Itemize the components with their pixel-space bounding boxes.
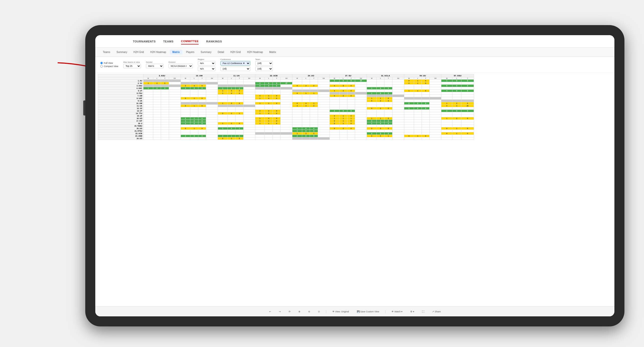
matrix-cell [198, 137, 206, 140]
gender-select[interactable]: Men's Women's [146, 64, 164, 68]
share-options-button[interactable]: ⚙ ▾ [408, 310, 416, 314]
share-button[interactable]: ↗ Share [430, 310, 443, 314]
matrix-cell [243, 95, 255, 97]
matrix-cell [243, 120, 255, 122]
matrix-cell [330, 135, 339, 137]
sub-tab-summary2[interactable]: Summary [198, 50, 214, 54]
matrix-cell [198, 100, 206, 102]
matrix-cell: 0 [265, 82, 273, 85]
matrix-cell: 0 [384, 97, 392, 100]
matrix-cell [339, 97, 347, 100]
ucla-dif: Dif [392, 77, 404, 80]
matrix-cell [198, 80, 206, 82]
save-custom-view-button[interactable]: 💾 Save Custom View [355, 310, 381, 314]
division-select[interactable]: NCAA Division I NCAA Division II [169, 64, 193, 68]
matrix-cell [355, 110, 367, 112]
col-ucla: 31. UCLA [367, 74, 404, 77]
ucb-dif: Dif [281, 77, 292, 80]
sub-tab-h2hheatmap2[interactable]: H2H Heatmap [245, 50, 265, 54]
matrix-cell [153, 107, 161, 110]
matrix-cell [243, 92, 255, 95]
matrix-cell: 0 [273, 110, 280, 112]
matrix-cell [143, 102, 153, 105]
matrix-cell [452, 130, 461, 132]
matrix-cell [355, 82, 367, 85]
matrix-cell [243, 85, 255, 87]
undo-button[interactable]: ↩ [267, 310, 273, 314]
matrix-cell: 0 [190, 120, 198, 122]
nav-committee[interactable]: COMMITTEE [181, 38, 199, 44]
sub-tab-summary[interactable]: Summary [114, 50, 130, 54]
sub-tab-matrix2[interactable]: Matrix [267, 50, 279, 54]
uo-l: L [302, 77, 310, 80]
matrix-cell [143, 117, 153, 120]
matrix-cell: 1 [339, 120, 347, 122]
matrix-cell [355, 117, 367, 120]
region-select[interactable]: N/A [198, 61, 215, 66]
redo-button[interactable]: ↪ [277, 310, 283, 314]
matrix-cell [414, 117, 422, 120]
matrix-cell: 0 [330, 115, 339, 117]
matrix-cell: 1 [218, 127, 228, 130]
compact-view-radio[interactable]: Compact View [100, 65, 118, 68]
zoom-in-button[interactable]: ⊕ [296, 310, 302, 314]
sub-tab-detail[interactable]: Detail [215, 50, 227, 54]
row-label: 9. UA [98, 100, 143, 102]
matrix-cell [384, 110, 392, 112]
matrix-cell: 0 [198, 127, 206, 130]
matrix-cell: 1 [310, 102, 318, 105]
matrix-cell: 1 [255, 122, 265, 125]
matrix-cell [310, 107, 318, 110]
matrix-cell [169, 137, 181, 140]
expand-button[interactable]: ⛶ [420, 310, 426, 314]
region-select2[interactable]: N/A [198, 67, 215, 71]
sub-tab-matrix[interactable]: Matrix [170, 50, 182, 54]
sub-tab-h2hheatmap[interactable]: H2H Heatmap [148, 50, 169, 54]
zoom-out-button[interactable]: ⊖ [306, 310, 312, 314]
sub-tab-h2hgrid[interactable]: H2H Grid [131, 50, 146, 54]
matrix-cell [292, 97, 302, 100]
matrix-cell: 1 [181, 122, 190, 125]
matrix-cell: 2 [330, 90, 339, 92]
matrix-cell: 0 [181, 97, 190, 100]
row-label: 8. UAF [98, 97, 143, 100]
matrix-cell: 0 [377, 135, 384, 137]
conference-select2[interactable]: (All) [220, 67, 250, 71]
matrix-cell: 0 [414, 107, 422, 110]
matrix-cell [377, 110, 384, 112]
sub-tab-players[interactable]: Players [184, 50, 197, 54]
refresh-button[interactable]: ⟳ [287, 310, 293, 314]
team-select2[interactable]: (All) [255, 67, 273, 71]
sub-tab-h2hgrid2[interactable]: H2H Grid [228, 50, 243, 54]
max-teams-select[interactable]: Top 25 Top 50 All [123, 64, 141, 68]
nav-teams[interactable]: TEAMS [163, 39, 174, 44]
matrix-cell [265, 100, 273, 102]
matrix-cell [441, 115, 452, 117]
matrix-cell [181, 82, 190, 85]
center-button[interactable]: ⊙ [316, 310, 322, 314]
sub-tab-teams[interactable]: Teams [100, 50, 113, 54]
matrix-cell [161, 122, 169, 125]
col-su: 27. SU [330, 74, 367, 77]
matrix-cell: 0 [441, 127, 452, 130]
matrix-content[interactable]: 3. ASU 10. UW 11. UA 22. UCB 24. UO 27. … [95, 73, 614, 306]
nav-rankings[interactable]: RANKINGS [206, 39, 222, 44]
matrix-cell [243, 100, 255, 102]
matrix-cell [153, 125, 161, 127]
matrix-cell: 0 [190, 122, 198, 125]
matrix-cell: 1 [218, 122, 228, 125]
matrix-cell: 1 [377, 97, 384, 100]
view-original-button[interactable]: 👁 View: Original [330, 310, 351, 314]
table-row: 13. UT220200200 [98, 110, 474, 112]
matrix-cell [161, 132, 169, 135]
matrix-cell [404, 125, 414, 127]
nav-tournaments[interactable]: TOURNAMENTS [133, 39, 156, 44]
team-select[interactable]: (All) [255, 61, 273, 66]
matrix-cell [310, 117, 318, 120]
conference-select[interactable]: Pac-12 Conference ▼ (All) [220, 61, 250, 66]
watch-button[interactable]: 👁 Watch ▾ [389, 310, 405, 314]
matrix-cell [161, 112, 169, 115]
full-view-radio[interactable]: Full View [100, 62, 118, 64]
matrix-cell [273, 130, 280, 132]
matrix-cell [281, 132, 292, 135]
